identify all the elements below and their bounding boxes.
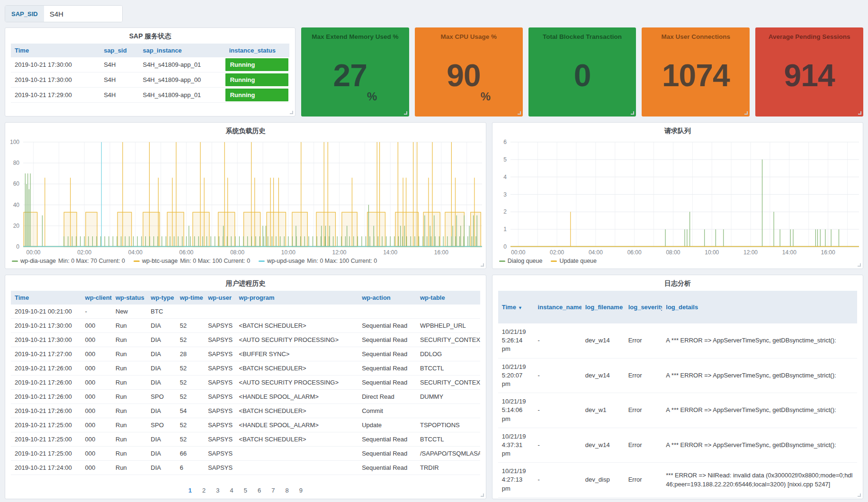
cell-wp-client: 000 — [81, 347, 112, 361]
table-row: 2019-10-21 17:30:00S4HS4H_s41809-app_01R… — [11, 57, 289, 72]
panel-resize-handle[interactable] — [858, 493, 861, 497]
panel-title[interactable]: 请求队列 — [492, 123, 863, 138]
cell-instance_name: - — [534, 358, 582, 393]
col-header-log_details[interactable]: log_details — [662, 291, 857, 323]
cell-log_severity — [625, 497, 662, 499]
cell-wp-status: Run — [112, 390, 147, 404]
legend-stats: Min: 0 Max: 100 Current: 0 — [307, 258, 377, 264]
svg-text:00:00: 00:00 — [511, 249, 525, 256]
panel-resize-handle[interactable] — [858, 263, 861, 267]
col-header-sap_instance[interactable]: sap_instance — [139, 44, 225, 57]
cell-time: 10/21/195:20:07pm — [498, 358, 534, 393]
panel-title[interactable]: 日志分析 — [492, 275, 863, 291]
request-queue-chart[interactable]: 012345600:0002:0004:0006:0008:0010:0012:… — [492, 138, 863, 256]
system-load-chart[interactable]: 02040608010000:0002:0004:0006:0008:0010:… — [5, 138, 486, 256]
time-series-plot[interactable]: 02040608010000:0002:0004:0006:0008:0010:… — [5, 138, 486, 256]
svg-text:04:00: 04:00 — [128, 249, 143, 256]
legend-item[interactable]: wp-btc-usageMin: 0 Max: 100 Current: 0 — [134, 258, 250, 264]
svg-text:2: 2 — [503, 208, 507, 215]
cell-wp-status: Run — [112, 361, 147, 376]
col-header-wp-user[interactable]: wp-user — [204, 291, 235, 305]
page-button[interactable]: 9 — [299, 487, 303, 494]
panel-title[interactable]: 系统负载历史 — [5, 123, 486, 138]
col-header-wp-program[interactable]: wp-program — [235, 291, 358, 305]
template-variable-bar: SAP_SID S4H — [5, 5, 863, 23]
svg-text:6: 6 — [503, 139, 507, 145]
legend-item[interactable]: wp-dia-usageMin: 0 Max: 70 Current: 0 — [12, 258, 125, 264]
cell-log_details: *** ERROR => NilRead: invalid data (0x30… — [662, 463, 857, 498]
panel-resize-handle[interactable] — [404, 111, 407, 115]
cell-wp-time — [176, 305, 204, 319]
cell-wp-program: <BATCH SCHEDULER> — [235, 319, 358, 333]
cell-wp-status: New — [112, 305, 147, 319]
log-analysis-table: Time▼instance_namelog_filenamelog_severi… — [498, 291, 857, 499]
sap-sid-variable[interactable]: SAP_SID S4H — [5, 5, 123, 22]
table-row: 10/21/195:26:14pm-dev_w14ErrorA *** ERRO… — [498, 323, 857, 358]
cell-wp-time: 66 — [176, 447, 204, 461]
cell-instance_status: Running — [225, 72, 289, 88]
page-button[interactable]: 2 — [202, 487, 206, 494]
cell-wp-status: Run — [112, 432, 147, 447]
panel-resize-handle[interactable] — [631, 111, 634, 115]
legend-item[interactable]: Dialog queue — [499, 258, 543, 264]
col-header-wp-table[interactable]: wp-table — [416, 291, 480, 305]
svg-text:06:00: 06:00 — [179, 249, 194, 256]
col-header-time[interactable]: Time — [11, 44, 100, 57]
panel-resize-handle[interactable] — [481, 263, 484, 267]
svg-text:02:00: 02:00 — [550, 249, 564, 256]
cell-wp-client: 000 — [81, 361, 112, 376]
page-button[interactable]: 5 — [244, 487, 247, 494]
page-button[interactable]: 4 — [230, 487, 233, 494]
svg-text:14:00: 14:00 — [782, 249, 796, 256]
panel-resize-handle[interactable] — [744, 111, 748, 115]
col-header-wp-status[interactable]: wp-status▲ — [112, 291, 147, 305]
col-header-log_filename[interactable]: log_filename — [582, 291, 625, 323]
cell-wp-type: DIA — [147, 432, 176, 447]
cell-sap_instance: S4H_s41809-app_01 — [139, 88, 225, 103]
col-header-sap_sid[interactable]: sap_sid — [100, 44, 139, 57]
panel-resize-handle[interactable] — [481, 493, 484, 497]
stat-title: Average Pending Sessions — [769, 27, 850, 40]
page-button[interactable]: 7 — [271, 487, 275, 494]
cell-wp-table: BTCCTL — [416, 432, 480, 447]
time-series-plot[interactable]: 012345600:0002:0004:0006:0008:0010:0012:… — [492, 138, 863, 256]
page-button[interactable]: 8 — [285, 487, 288, 494]
cell-wp-program: <AUTO SECURITY PROCESSING> — [235, 376, 358, 390]
cell-time: 10/21/19 — [498, 497, 534, 499]
col-header-instance_status[interactable]: instance_status — [225, 44, 289, 57]
page-button[interactable]: 1 — [188, 487, 192, 494]
cell-wp-action: Sequential Read — [358, 432, 416, 447]
panel-resize-handle[interactable] — [858, 111, 861, 115]
col-header-time[interactable]: Time▼ — [498, 291, 534, 323]
table-row: 2019-10-21 17:25:00000RunDIA52SAPSYS<BAT… — [11, 432, 480, 447]
svg-text:12:00: 12:00 — [743, 249, 758, 256]
col-header-wp-action[interactable]: wp-action — [358, 291, 416, 305]
panel-title[interactable]: 用户进程历史 — [5, 275, 486, 291]
cell-time: 10/21/195:26:14pm — [498, 323, 534, 358]
cell-wp-program: <BUFFER SYNC> — [235, 347, 358, 361]
cell-wp-type: DIA — [147, 361, 176, 376]
col-header-wp-client[interactable]: wp-client — [81, 291, 112, 305]
panel-title[interactable]: SAP 服务状态 — [5, 28, 295, 44]
stat-title: Max Extend Memory Used % — [312, 27, 398, 40]
table-row: 2019-10-21 17:29:00S4HS4H_s41809-app_01R… — [11, 88, 289, 103]
col-header-time[interactable]: Time — [11, 291, 81, 305]
page-button[interactable]: 3 — [216, 487, 219, 494]
panel-resize-handle[interactable] — [290, 111, 293, 114]
col-header-log_severity[interactable]: log_severity — [625, 291, 662, 323]
table-row: 10/21/195:20:07pm-dev_w14ErrorA *** ERRO… — [498, 358, 857, 393]
panel-resize-handle[interactable] — [518, 111, 521, 115]
cell-instance_name: - — [534, 463, 582, 498]
legend-item[interactable]: wp-upd-usageMin: 0 Max: 100 Current: 0 — [259, 258, 377, 264]
cell-wp-time: 52 — [176, 333, 204, 347]
cell-wp-table: TRDIR — [416, 461, 480, 475]
cell-wp-client: 000 — [81, 432, 112, 447]
page-button[interactable]: 6 — [258, 487, 261, 494]
legend-color-dash — [134, 260, 140, 262]
col-header-wp-time[interactable]: wp-time — [176, 291, 204, 305]
col-header-instance_name[interactable]: instance_name — [534, 291, 582, 323]
variable-value-input[interactable]: S4H — [44, 6, 122, 22]
svg-text:16:00: 16:00 — [821, 249, 835, 256]
col-header-wp-type[interactable]: wp-type — [147, 291, 176, 305]
legend-item[interactable]: Update queue — [551, 258, 597, 264]
